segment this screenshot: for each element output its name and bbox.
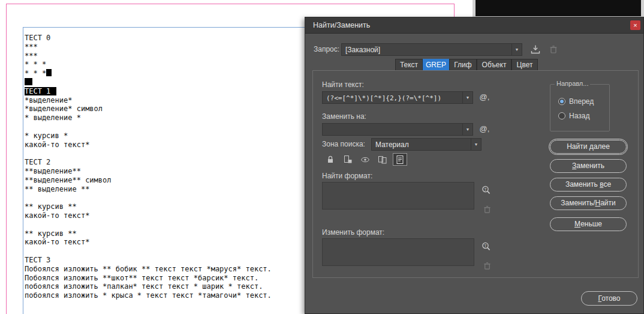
chevron-down-icon — [471, 139, 481, 150]
svg-text:T: T — [484, 244, 487, 249]
query-dropdown[interactable]: [Заказной] — [341, 43, 522, 56]
chevron-down-icon — [462, 124, 473, 135]
direction-group: Направл... — [550, 84, 610, 131]
search-footnotes-icon[interactable] — [393, 153, 407, 166]
app-background-strip — [473, 0, 644, 18]
doc-line: ТЕСТ 0 — [25, 34, 272, 43]
clear-change-format-trash-icon[interactable] — [482, 261, 492, 271]
find-format-box[interactable] — [322, 182, 474, 210]
doc-line: ** курсив ** — [25, 229, 272, 238]
doc-line — [25, 247, 272, 256]
search-master-pages-icon[interactable] — [375, 153, 390, 166]
replace-with-label: Заменить на: — [322, 112, 366, 121]
radio-selected-icon[interactable] — [558, 98, 565, 105]
search-zone-label: Зона поиска: — [322, 140, 365, 148]
direction-label: Направл... — [555, 80, 590, 87]
doc-line — [25, 122, 272, 131]
clear-find-format-trash-icon[interactable] — [482, 204, 492, 215]
doc-line: ТЕСТ 3 — [25, 256, 272, 265]
svg-text:T: T — [484, 187, 487, 192]
direction-forward-radio[interactable]: Вперед — [558, 97, 594, 106]
doc-line: побоялся изложить *палкан* текст текст *… — [25, 282, 272, 291]
text-selection-block — [46, 69, 52, 76]
direction-backward-radio[interactable]: Назад — [558, 112, 589, 120]
doc-line: * * * — [25, 60, 272, 69]
tab-glyph[interactable]: Глиф — [449, 59, 477, 71]
find-format-label: Найти формат: — [322, 172, 372, 180]
dialog-title: Найти/Заменить — [313, 21, 370, 29]
change-format-box[interactable] — [322, 238, 474, 266]
tab-grep[interactable]: GREP — [423, 59, 449, 71]
search-locked-stories-icon[interactable] — [341, 153, 355, 166]
doc-line: какой-то текст* — [25, 140, 272, 149]
radio-unselected-icon[interactable] — [558, 112, 565, 119]
text-frame-content[interactable]: ТЕСТ 0******* * ** * *ТЕСТ 1*выделение**… — [25, 34, 272, 300]
doc-line: *** — [25, 52, 272, 61]
doc-line: ** выделение ** — [25, 185, 272, 194]
doc-line: * выделение * — [25, 113, 272, 122]
change-format-attributes-icon[interactable]: T — [480, 241, 492, 253]
query-label: Запрос: — [314, 45, 339, 53]
replace-find-button[interactable]: Заменить/Найти — [550, 196, 627, 210]
tab-color[interactable]: Цвет — [511, 59, 538, 71]
doc-line: какой-то текст* — [25, 211, 272, 220]
find-text-value: (?<=[^*]\*)[^*]{2,}(?=\*[^*]) — [326, 94, 462, 102]
doc-line: какой-то текст* — [25, 238, 272, 247]
tab-text[interactable]: Текст — [395, 59, 423, 71]
close-icon[interactable]: × — [630, 20, 640, 30]
replace-button[interactable]: Заменить — [550, 159, 627, 173]
find-next-button[interactable]: Найти далее — [550, 140, 627, 154]
replace-with-input[interactable] — [322, 123, 473, 136]
doc-line: * * * — [25, 69, 272, 78]
background-black-panel — [476, 0, 641, 16]
doc-line: побоялся изложить * крыса * текст текст … — [25, 291, 272, 300]
find-text-label: Найти текст: — [322, 80, 364, 89]
query-value: [Заказной] — [345, 46, 511, 54]
chevron-down-icon — [511, 44, 522, 55]
delete-query-trash-icon[interactable] — [547, 43, 559, 55]
search-zone-dropdown[interactable]: Материал — [371, 138, 482, 151]
doc-line: Побоялся изложить **шкот** текст текст *… — [25, 274, 272, 283]
doc-line: *** — [25, 43, 272, 52]
fewer-options-button[interactable]: Меньше — [550, 217, 627, 231]
doc-line: *выделение* символ — [25, 104, 272, 113]
search-zone-value: Материал — [375, 140, 470, 149]
doc-line — [25, 220, 272, 229]
find-text-input[interactable]: (?<=[^*]\*)[^*]{2,}(?=\*[^*]) — [322, 91, 473, 104]
change-format-label: Изменить формат: — [322, 228, 384, 237]
doc-line — [25, 78, 272, 87]
doc-line: ТЕСТ 2 — [25, 158, 272, 167]
find-format-attributes-icon[interactable]: T — [480, 184, 492, 196]
doc-line: Побоялся изложить ** бобик ** текст текс… — [25, 265, 272, 274]
doc-line: ТЕСТ 1 — [25, 87, 272, 96]
replace-all-button[interactable]: Заменить все — [550, 178, 627, 192]
find-replace-dialog: Найти/Заменить × Запрос: [Заказной] Текс… — [305, 17, 644, 314]
chevron-down-icon — [462, 92, 473, 103]
search-locked-layers-icon[interactable] — [323, 153, 338, 166]
dialog-titlebar[interactable]: Найти/Заменить × — [305, 17, 643, 34]
search-hidden-layers-icon[interactable] — [358, 153, 372, 166]
save-query-icon[interactable] — [529, 43, 541, 55]
doc-line: * курсив * — [25, 131, 272, 140]
doc-line: ** курсив ** — [25, 202, 272, 211]
find-special-characters-button[interactable]: @, — [477, 91, 492, 104]
replace-special-characters-button[interactable]: @, — [477, 123, 492, 136]
doc-line — [25, 149, 272, 158]
doc-line: *выделение* — [25, 96, 272, 105]
doc-line: **выделение** символ — [25, 176, 272, 185]
tab-object[interactable]: Объект — [477, 59, 511, 71]
doc-line — [25, 193, 272, 202]
done-button[interactable]: Готово — [581, 291, 637, 306]
text-selection-block — [25, 78, 32, 85]
doc-line: **выделение** — [25, 167, 272, 176]
